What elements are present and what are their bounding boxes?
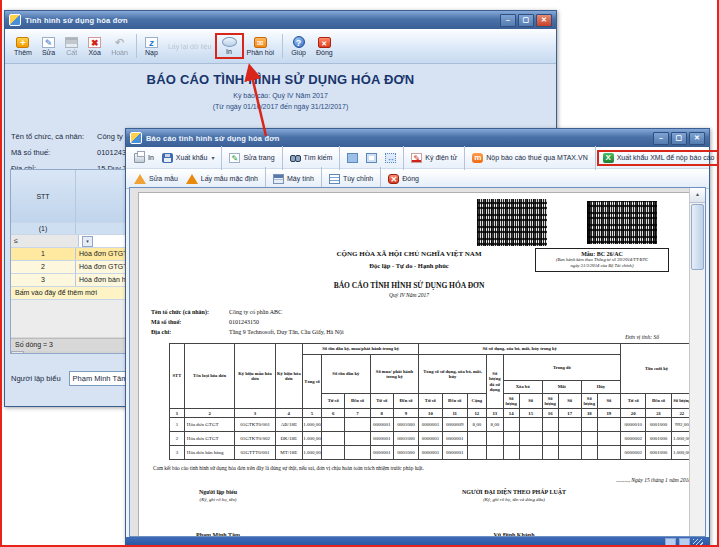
group-closing-balance: Tồn cuối kỳ	[621, 344, 693, 394]
report-cell	[486, 432, 503, 446]
col-qty-used: Số lượng đã sử dụng	[486, 355, 503, 409]
toolbar-button-Xóa[interactable]: ✖Xóa	[83, 35, 106, 58]
leaf-sum: Cộng	[467, 394, 486, 409]
report-cell: 0000002	[621, 446, 646, 460]
report-cell	[467, 432, 486, 446]
status-icon[interactable]	[665, 538, 676, 547]
toolbar-button-Nạp[interactable]: zNạp	[140, 35, 163, 58]
dropdown-caret-icon[interactable]: ▾	[211, 154, 214, 161]
grid-filter-operator[interactable]: ≤	[11, 235, 79, 247]
template-button-Tùy chỉnh[interactable]: Tùy chỉnh	[325, 173, 377, 185]
preview-button-Nộp báo cáo thuế qua MTAX.VN[interactable]: mNộp báo cáo thuế qua MTAX.VN	[468, 152, 591, 164]
toolbar-button-Giúp[interactable]: ?Giúp	[286, 34, 311, 58]
preview-button-Xuất khẩu[interactable]: Xuất khẩu▾	[158, 152, 219, 164]
sign-left-note: (Ký, ghi rõ họ, tên)	[143, 497, 293, 502]
preview-button-Ký điện tử[interactable]: ✎Ký điện tử	[407, 152, 461, 164]
template-button-Lấy mẫu mặc định[interactable]: Lấy mẫu mặc định	[182, 173, 262, 185]
report-data-row: 2Hóa đơn GTGT01GTKT0/002DK/18E1.000,0000…	[170, 432, 693, 446]
report-cell	[542, 446, 558, 460]
col-template-symbol: Ký hiệu mẫu hóa đơn	[235, 344, 275, 409]
report-cell	[322, 418, 345, 432]
resize-grip-icon[interactable]	[693, 539, 703, 547]
report-cell	[519, 432, 542, 446]
preview-button-Tìm kiếm[interactable]: Tìm kiếm	[286, 152, 337, 164]
report-cell	[345, 446, 370, 460]
toolbar-separator	[403, 146, 404, 170]
preview-button-fit-width-icon[interactable]: ↔	[381, 152, 400, 164]
toolbar-button-label: Đóng	[316, 49, 333, 56]
delete-icon: ✖	[88, 37, 101, 48]
template-button-label: Sửa mẫu	[149, 175, 178, 182]
front-titlebar[interactable]: Báo cáo tình hình sử dụng hóa đơn – ▢ ✕	[126, 129, 709, 147]
print-icon	[222, 37, 237, 47]
minimize-icon[interactable]: –	[500, 14, 516, 27]
front-window-title: Báo cáo tình hình sử dụng hóa đơn	[146, 134, 653, 143]
minimize-icon[interactable]: –	[653, 132, 669, 145]
template-button-Sửa mẫu[interactable]: Sửa mẫu	[130, 173, 182, 185]
maximize-icon[interactable]: ▢	[671, 132, 687, 145]
toolbar-separator	[221, 146, 222, 170]
grid-filter-dropdown-icon[interactable]: ▾	[82, 236, 93, 247]
column-number: 6	[322, 409, 345, 418]
report-date-range: (Từ ngày 01/10/2017 đến ngày 31/12/2017)	[5, 103, 556, 110]
preview-button-label: Nộp báo cáo thuế qua MTAX.VN	[486, 154, 587, 161]
preview-button-zoom-view-icon[interactable]	[343, 152, 362, 164]
sign-right-note: (Ký, ghi rõ họ, tên và đóng dấu)	[389, 497, 639, 502]
template-button-Máy tính[interactable]: Máy tính	[269, 173, 318, 185]
back-titlebar[interactable]: Tình hình sử dụng hóa đơn – ▢ ✕	[5, 11, 556, 29]
close-icon[interactable]: ✕	[689, 132, 705, 145]
vertical-scrollbar[interactable]: ▲	[689, 188, 705, 536]
report-cell	[581, 446, 597, 460]
page-view-icon	[366, 153, 377, 163]
report-cell: 01GTKT0/002	[235, 432, 275, 446]
report-data-row: 1Hóa đơn GTGT01GTKT0/001AB/18E1.000,0000…	[170, 418, 693, 432]
preview-button-Sửa trang[interactable]: ✎Sửa trang	[225, 152, 278, 164]
report-cell: 0001000	[393, 446, 418, 460]
preparer-label: Người lập biểu	[11, 374, 61, 383]
toolbar-button-label: Hoàn	[111, 49, 128, 56]
excel-icon: X	[603, 153, 614, 163]
preview-button-In[interactable]: In	[130, 152, 158, 164]
toolbar-button-Hoàn: ↶Hoàn	[106, 35, 133, 58]
col-total: Tổng số	[303, 355, 322, 409]
barcode-2	[587, 201, 657, 244]
column-number: 7	[345, 409, 370, 418]
toolbar-separator	[136, 34, 137, 58]
scroll-left-icon[interactable]: ◀	[11, 351, 24, 354]
report-cell	[345, 432, 370, 446]
scrollbar-thumb[interactable]	[691, 204, 704, 270]
report-page: Mẫu: BC 26/AC (Ban hành kèm theo Thông t…	[138, 192, 700, 537]
preview-button-label: Tìm kiếm	[304, 154, 333, 161]
close-icon[interactable]: ✕	[536, 14, 552, 27]
preview-button-page-view-icon[interactable]	[362, 152, 381, 164]
column-number: 19	[597, 409, 620, 418]
org-name-label: Tên tổ chức, cá nhân:	[11, 132, 97, 141]
save-icon	[65, 37, 78, 48]
date-line: ........., Ngày 15 tháng 1 năm 2018	[616, 477, 691, 483]
preview-button-Xuất khẩu XML để nộp báo cáo hoặc NK vào HTKK[interactable]: XXuất khẩu XML để nộp báo cáo hoặc NK và…	[599, 152, 719, 164]
edit-icon: ✎	[42, 37, 55, 48]
maximize-icon[interactable]: ▢	[518, 14, 534, 27]
toolbar-button-Sửa[interactable]: ✎Sửa	[37, 35, 60, 58]
toolbar-button-Thêm[interactable]: +Thêm	[9, 35, 37, 58]
template-button-Đóng[interactable]: ✕Đóng	[384, 173, 423, 185]
zoom-view-icon	[347, 153, 358, 163]
report-cell: 0001000	[646, 446, 671, 460]
report-cell: MT/18E	[275, 446, 302, 460]
report-period: Kỳ báo cáo: Quý IV Năm 2017	[5, 92, 556, 99]
toolbar-button-Cất: Cất	[60, 35, 83, 58]
status-icon[interactable]	[679, 538, 690, 547]
toolbar-button-Phản hồi[interactable]: ✉Phản hồi	[242, 35, 280, 58]
report-cell: Hóa đơn bán hàng	[184, 446, 235, 460]
report-cell: 8,00	[467, 418, 486, 432]
sub-purchased: Số mua/ phát hành trong kỳ	[370, 355, 419, 394]
report-cell	[558, 446, 581, 460]
template-default-icon	[186, 174, 198, 184]
sign-left-title: Người lập biểu	[143, 489, 293, 495]
scroll-up-icon[interactable]: ▲	[690, 188, 705, 203]
toolbar-button-Đóng[interactable]: ✕Đóng	[311, 35, 338, 58]
doc-address-value: Tầng 9 Technosoft, Duy Tân, Cầu Giấy, Hà…	[229, 329, 344, 335]
report-cell: 0001000	[393, 432, 418, 446]
report-cell: DK/18E	[275, 432, 302, 446]
toolbar-button-In[interactable]: In	[217, 35, 242, 57]
